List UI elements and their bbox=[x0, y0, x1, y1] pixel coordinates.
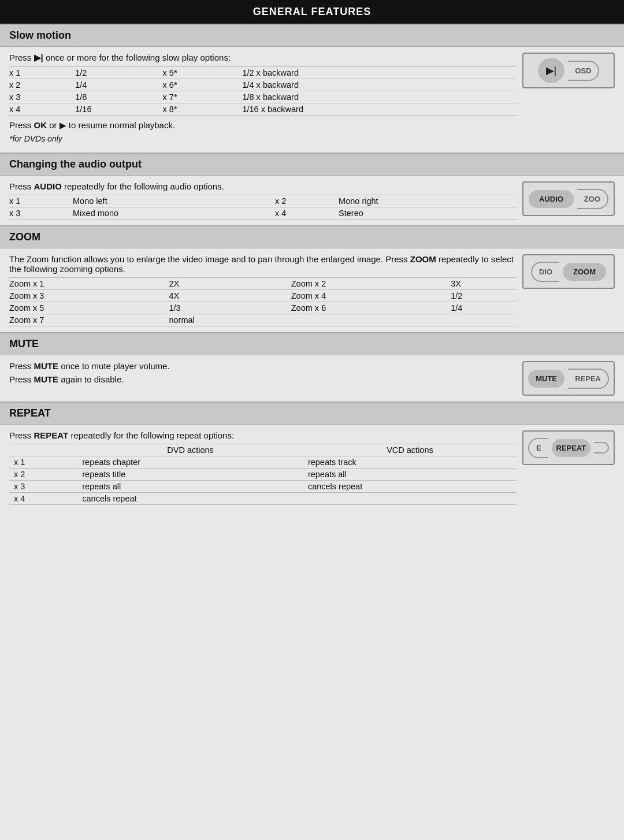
table-row: Zoom x 3 4X Zoom x 4 1/2 bbox=[9, 290, 517, 302]
cell: x 1 bbox=[9, 67, 75, 79]
table-row: Zoom x 1 2X Zoom x 2 3X bbox=[9, 278, 517, 290]
repeat-body: Press REPEAT repeatedly for the followin… bbox=[9, 430, 615, 505]
repeat-main-label: REPEAT bbox=[556, 444, 586, 452]
repeat-button-mock: E REPEAT bbox=[522, 430, 615, 465]
mute-header: MUTE bbox=[0, 332, 624, 355]
cell: 1/8 bbox=[75, 91, 162, 103]
audio-header: Changing the audio output bbox=[0, 153, 624, 176]
page-container: GENERAL FEATURES Slow motion Press ▶| on… bbox=[0, 0, 624, 511]
ok-label: OK bbox=[34, 120, 47, 130]
slow-motion-content: Press ▶| once or more for the following … bbox=[0, 47, 624, 153]
zoom-button-image: DIO ZOOM bbox=[522, 254, 615, 289]
mute-label: MUTE bbox=[536, 374, 557, 383]
repeat-partial-button[interactable]: REPEA bbox=[568, 369, 609, 389]
cell: Zoom x 7 bbox=[9, 314, 169, 326]
cell bbox=[303, 493, 517, 505]
audio-label: AUDIO bbox=[539, 195, 563, 203]
cell: 1/3 bbox=[169, 302, 291, 314]
play-icon: ▶ bbox=[60, 120, 66, 130]
table-row: x 4 cancels repeat bbox=[9, 493, 517, 505]
cell: x 6* bbox=[163, 79, 243, 91]
audio-body: Press AUDIO repeatedly for the following… bbox=[9, 181, 615, 220]
repeat-header-row: DVD actions VCD actions bbox=[9, 444, 517, 456]
mute-button-image: MUTE REPEA bbox=[522, 361, 615, 396]
cell: x 2 bbox=[275, 195, 339, 207]
zoom-main-label: ZOOM bbox=[573, 267, 596, 276]
zoom-button-mock: DIO ZOOM bbox=[522, 254, 615, 289]
cell: 4X bbox=[169, 290, 291, 302]
table-row: x 1 1/2 x 5* 1/2 x backward bbox=[9, 67, 517, 79]
mute-button[interactable]: MUTE bbox=[528, 370, 564, 388]
audio-partial-button[interactable]: DIO bbox=[531, 262, 559, 282]
cell: x 3 bbox=[9, 207, 73, 220]
slow-motion-note: *for DVDs only bbox=[9, 134, 517, 143]
cell: x 1 bbox=[9, 195, 73, 207]
cell: VCD actions bbox=[303, 444, 517, 456]
cell: repeats title bbox=[77, 469, 303, 481]
zoom-button-partial[interactable]: ZOO bbox=[577, 189, 608, 209]
cell: cancels repeat bbox=[77, 493, 303, 505]
table-row: x 4 1/16 x 8* 1/16 x backward bbox=[9, 103, 517, 116]
audio-button[interactable]: AUDIO bbox=[529, 190, 574, 208]
zoom-body: The Zoom function allows you to enlarge … bbox=[9, 254, 615, 326]
table-row: x 1 Mono left x 2 Mono right bbox=[9, 195, 517, 207]
audio-button-image: AUDIO ZOO bbox=[522, 181, 615, 216]
repeat-button-image: E REPEAT bbox=[522, 430, 615, 465]
table-row: x 2 1/4 x 6* 1/4 x backward bbox=[9, 79, 517, 91]
right-partial-button[interactable] bbox=[594, 442, 609, 454]
cell: repeats chapter bbox=[77, 456, 303, 469]
slow-motion-text: Press ▶| once or more for the following … bbox=[9, 53, 517, 147]
table-row: Zoom x 5 1/3 Zoom x 6 1/4 bbox=[9, 302, 517, 314]
repeat-table: DVD actions VCD actions x 1 repeats chap… bbox=[9, 444, 517, 505]
slow-motion-title: Slow motion bbox=[9, 29, 71, 41]
zoom-text: The Zoom function allows you to enlarge … bbox=[9, 254, 517, 326]
zoom-content: The Zoom function allows you to enlarge … bbox=[0, 248, 624, 332]
cell: x 4 bbox=[9, 103, 75, 116]
repeat-title: REPEAT bbox=[9, 407, 51, 419]
audio-intro: Press AUDIO repeatedly for the following… bbox=[9, 181, 517, 191]
table-row: x 2 repeats title repeats all bbox=[9, 469, 517, 481]
repeat-header: REPEAT bbox=[0, 402, 624, 425]
cell: Zoom x 2 bbox=[291, 278, 451, 290]
zoom-title: ZOOM bbox=[9, 231, 40, 243]
repeat-intro: Press REPEAT repeatedly for the followin… bbox=[9, 430, 517, 440]
repeat-content: Press REPEAT repeatedly for the followin… bbox=[0, 425, 624, 511]
cell: 1/4 x backward bbox=[242, 79, 517, 91]
cell: repeats all bbox=[303, 469, 517, 481]
cell: x 1 bbox=[9, 456, 77, 469]
slow-motion-button-image: ▶| OSD bbox=[522, 53, 615, 88]
osd-button[interactable]: OSD bbox=[568, 61, 599, 81]
mute-line1: Press MUTE once to mute player volume. bbox=[9, 361, 517, 371]
cell: 1/8 x backward bbox=[242, 91, 517, 103]
cell: x 5* bbox=[163, 67, 243, 79]
cell: Mixed mono bbox=[73, 207, 275, 220]
cell: x 2 bbox=[9, 79, 75, 91]
cell: Stereo bbox=[339, 207, 517, 220]
cell: 3X bbox=[451, 278, 517, 290]
slow-motion-resume: Press OK or ▶ to resume normal playback. bbox=[9, 120, 517, 131]
repeat-main-button[interactable]: REPEAT bbox=[552, 439, 590, 457]
mute-bold1: MUTE bbox=[34, 361, 59, 371]
zoom-table: Zoom x 1 2X Zoom x 2 3X Zoom x 3 4X Zoom… bbox=[9, 277, 517, 326]
cell: Mono right bbox=[339, 195, 517, 207]
table-row: Zoom x 7 normal bbox=[9, 314, 517, 326]
cell: Zoom x 5 bbox=[9, 302, 169, 314]
cell: 1/4 bbox=[451, 302, 517, 314]
cell: 1/16 bbox=[75, 103, 162, 116]
left-partial-button[interactable]: E bbox=[528, 438, 548, 458]
audio-title: Changing the audio output bbox=[9, 158, 142, 170]
zoom-main-button[interactable]: ZOOM bbox=[563, 263, 606, 281]
step-play-button[interactable]: ▶| bbox=[538, 58, 565, 83]
zoom-header: ZOOM bbox=[0, 225, 624, 248]
audio-table: x 1 Mono left x 2 Mono right x 3 Mixed m… bbox=[9, 195, 517, 220]
cell: x 7* bbox=[163, 91, 243, 103]
cell: x 4 bbox=[275, 207, 339, 220]
cell: cancels repeat bbox=[303, 481, 517, 493]
slow-motion-body: Press ▶| once or more for the following … bbox=[9, 53, 615, 147]
table-row: x 3 repeats all cancels repeat bbox=[9, 481, 517, 493]
step-play-icon: ▶| bbox=[34, 53, 43, 62]
cell: 1/4 bbox=[75, 79, 162, 91]
slow-motion-header: Slow motion bbox=[0, 24, 624, 47]
slow-motion-button-mock: ▶| OSD bbox=[522, 53, 615, 88]
cell: x 8* bbox=[163, 103, 243, 116]
